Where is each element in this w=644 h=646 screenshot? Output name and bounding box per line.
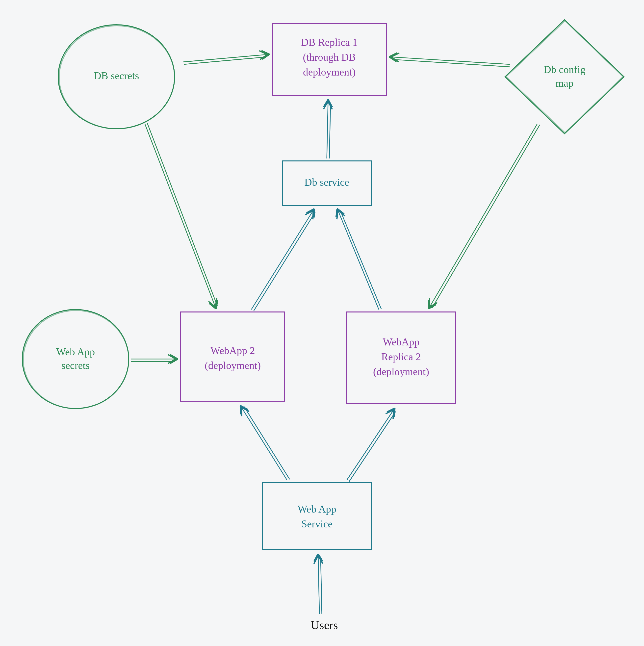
label-db-secrets: DB secrets <box>94 70 139 82</box>
label-db-replica-l1: DB Replica 1 <box>301 37 358 48</box>
label-webapp-secrets-l1: Web App <box>56 346 95 357</box>
svg-rect-8 <box>262 483 371 550</box>
node-db-secrets: DB secrets <box>58 25 175 129</box>
node-webapp-2: WebApp 2 (deployment) <box>181 312 285 401</box>
svg-line-16 <box>432 125 540 308</box>
svg-line-23 <box>338 210 379 310</box>
svg-line-19 <box>327 102 328 158</box>
svg-line-15 <box>430 124 537 307</box>
label-db-replica-l3: deployment) <box>303 66 355 78</box>
label-db-replica-l2: (through DB <box>303 51 356 63</box>
architecture-diagram: DB secrets Web App secrets DB Replica 1 … <box>0 0 644 646</box>
label-db-service: Db service <box>305 177 349 188</box>
label-webapp-service-l2: Service <box>301 518 332 530</box>
node-db-replica: DB Replica 1 (through DB deployment) <box>273 23 386 95</box>
svg-line-21 <box>251 210 313 310</box>
svg-line-29 <box>318 556 319 614</box>
edge-webappr2-to-dbservice <box>338 210 381 310</box>
edge-users-to-webappservice <box>318 556 322 614</box>
svg-line-28 <box>349 412 396 481</box>
edge-dbsecrets-to-dbreplica <box>183 55 267 65</box>
label-webapp-r2-l3: (deployment) <box>373 366 429 378</box>
svg-rect-6 <box>181 312 285 401</box>
node-webapp-secrets: Web App secrets <box>22 310 129 409</box>
svg-line-26 <box>244 406 290 479</box>
label-webapp2-l1: WebApp 2 <box>210 345 255 356</box>
edge-webappsecrets-to-webapp2 <box>131 359 176 361</box>
label-webapp-r2-l1: WebApp <box>383 336 419 348</box>
svg-line-25 <box>241 407 287 480</box>
edge-dbservice-to-dbreplica <box>327 102 331 158</box>
edge-configmap-to-dbreplica <box>391 57 510 67</box>
svg-line-27 <box>347 410 394 480</box>
edge-configmap-to-webappr2 <box>430 124 540 308</box>
edge-webappservice-to-webappr2 <box>347 410 396 481</box>
edge-dbsecrets-to-webapp2 <box>145 123 217 307</box>
node-db-service: Db service <box>282 161 371 206</box>
svg-line-22 <box>254 212 315 311</box>
edge-webappservice-to-webapp2 <box>241 406 290 480</box>
svg-line-20 <box>329 103 331 158</box>
label-users: Users <box>311 619 338 632</box>
svg-line-13 <box>145 124 215 307</box>
label-webapp2-l2: (deployment) <box>205 360 261 371</box>
label-db-config-l1: Db config <box>543 64 585 75</box>
label-webapp-service-l1: Web App <box>298 503 336 515</box>
label-webapp-secrets-l2: secrets <box>62 360 90 371</box>
edge-webapp2-to-dbservice <box>251 210 315 311</box>
node-webapp-replica-2: WebApp Replica 2 (deployment) <box>347 312 455 404</box>
label-webapp-r2-l2: Replica 2 <box>381 351 421 362</box>
svg-line-14 <box>147 123 217 306</box>
node-db-config-map: Db config map <box>505 20 624 134</box>
node-webapp-service: Web App Service <box>262 483 371 550</box>
svg-line-30 <box>321 557 322 614</box>
label-db-config-l2: map <box>556 78 573 89</box>
svg-line-24 <box>340 211 381 309</box>
